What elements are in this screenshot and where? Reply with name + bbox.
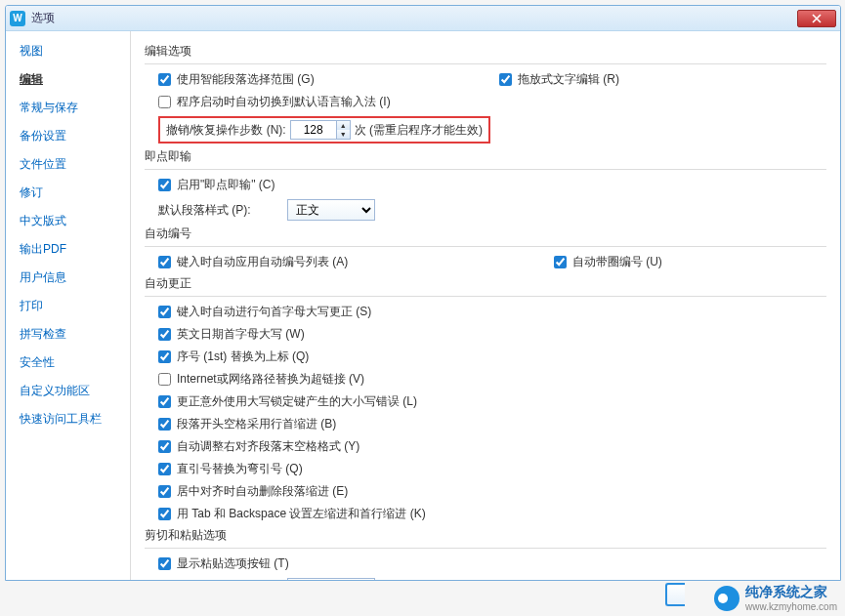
- sel-default-para-style[interactable]: 正文: [287, 199, 375, 221]
- watermark: 纯净系统之家 www.kzmyhome.com: [714, 584, 837, 612]
- chk-ac-3[interactable]: [158, 373, 171, 386]
- group-edit-title: 编辑选项: [145, 43, 826, 64]
- sidebar: 视图 编辑 常规与保存 备份设置 文件位置 修订 中文版式 输出PDF 用户信息…: [6, 31, 131, 580]
- dialog-body: 视图 编辑 常规与保存 备份设置 文件位置 修订 中文版式 输出PDF 用户信息…: [6, 31, 840, 580]
- watermark-url: www.kzmyhome.com: [745, 601, 837, 612]
- undo-steps-spinner[interactable]: ▲▼: [290, 120, 351, 140]
- chk-show-paste-btn[interactable]: [158, 557, 171, 570]
- chk-ac-1[interactable]: [158, 328, 171, 341]
- lbl-clicktype: 启用"即点即输" (C): [177, 177, 275, 193]
- dialog-title: 选项: [31, 10, 55, 26]
- lbl-show-paste-btn: 显示粘贴选项按钮 (T): [177, 555, 289, 572]
- chk-ac-6[interactable]: [158, 440, 171, 453]
- lbl-ac-8: 居中对齐时自动删除段落缩进 (E): [177, 483, 348, 500]
- chk-circled-number[interactable]: [554, 256, 567, 268]
- lbl-ac-9: 用 Tab 和 Backspace 设置左缩进和首行缩进 (K): [177, 506, 426, 522]
- chk-ac-8[interactable]: [158, 485, 171, 498]
- lbl-smart-para-select: 使用智能段落选择范围 (G): [177, 71, 315, 88]
- options-dialog: 选项 视图 编辑 常规与保存 备份设置 文件位置 修订 中文版式 输出PDF 用…: [5, 5, 841, 581]
- lbl-ac-1: 英文日期首字母大写 (W): [177, 326, 305, 343]
- lbl-default-para-style: 默认段落样式 (P):: [158, 202, 281, 219]
- sidebar-item-general-save[interactable]: 常规与保存: [6, 94, 130, 122]
- sidebar-item-edit[interactable]: 编辑: [6, 65, 130, 94]
- lbl-ac-3: Internet或网络路径替换为超链接 (V): [177, 371, 364, 388]
- sidebar-item-chinese-layout[interactable]: 中文版式: [6, 207, 130, 235]
- chk-drag-text[interactable]: [499, 73, 512, 86]
- lbl-ac-7: 直引号替换为弯引号 (Q): [177, 461, 303, 477]
- group-autocorrect-title: 自动更正: [145, 275, 826, 297]
- lbl-ac-6: 自动调整右对齐段落末空格格式 (Y): [177, 438, 359, 455]
- group-autonum-title: 自动编号: [145, 226, 826, 247]
- titlebar: 选项: [6, 6, 840, 31]
- sidebar-item-user-info[interactable]: 用户信息: [6, 264, 130, 292]
- group-cutpaste-title: 剪切和粘贴选项: [145, 527, 826, 549]
- lbl-auto-number-list: 键入时自动应用自动编号列表 (A): [177, 254, 348, 270]
- lbl-undo-unit: 次 (需重启程序才能生效): [355, 122, 483, 139]
- sidebar-item-spellcheck[interactable]: 拼写检查: [6, 320, 130, 349]
- lbl-drag-text: 拖放式文字编辑 (R): [518, 71, 619, 88]
- chk-ac-7[interactable]: [158, 463, 171, 475]
- lbl-circled-number: 自动带圈编号 (U): [572, 254, 662, 270]
- sidebar-item-print[interactable]: 打印: [6, 292, 130, 320]
- lbl-auto-ime: 程序启动时自动切换到默认语言输入法 (I): [177, 94, 391, 110]
- lbl-ac-0: 键入时自动进行句首字母大写更正 (S): [177, 304, 371, 320]
- sidebar-item-output-pdf[interactable]: 输出PDF: [6, 235, 130, 264]
- chk-auto-number-list[interactable]: [158, 256, 171, 268]
- sidebar-item-revision[interactable]: 修订: [6, 179, 130, 207]
- chk-auto-ime[interactable]: [158, 96, 171, 108]
- sidebar-item-security[interactable]: 安全性: [6, 349, 130, 377]
- lbl-ac-4: 更正意外使用大写锁定键产生的大小写错误 (L): [177, 393, 417, 410]
- sidebar-item-customize-ribbon[interactable]: 自定义功能区: [6, 377, 130, 405]
- sidebar-item-quick-access[interactable]: 快速访问工具栏: [6, 405, 130, 433]
- chk-ac-0[interactable]: [158, 306, 171, 318]
- lbl-ac-5: 段落开头空格采用行首缩进 (B): [177, 416, 336, 432]
- button-fragment[interactable]: [665, 583, 685, 606]
- undo-steps-highlight: 撤销/恢复操作步数 (N): ▲▼ 次 (需重启程序才能生效): [158, 116, 490, 144]
- lbl-undo-steps: 撤销/恢复操作步数 (N):: [166, 122, 286, 139]
- chk-smart-para-select[interactable]: [158, 73, 171, 86]
- chk-ac-9[interactable]: [158, 508, 171, 520]
- chk-ac-5[interactable]: [158, 418, 171, 431]
- chk-clicktype[interactable]: [158, 179, 171, 191]
- sidebar-item-file-loc[interactable]: 文件位置: [6, 150, 130, 179]
- lbl-ac-2: 序号 (1st) 替换为上标 (Q): [177, 349, 309, 365]
- sel-default-paste[interactable]: 带格式文本: [287, 578, 375, 580]
- watermark-title: 纯净系统之家: [745, 584, 837, 601]
- spin-down-icon[interactable]: ▼: [337, 130, 350, 139]
- spin-up-icon[interactable]: ▲: [337, 121, 350, 130]
- sidebar-item-view[interactable]: 视图: [6, 37, 130, 65]
- group-clicktype-title: 即点即输: [145, 148, 826, 170]
- close-button[interactable]: [797, 10, 836, 27]
- app-icon: [10, 11, 25, 26]
- chk-ac-2[interactable]: [158, 350, 171, 363]
- undo-steps-input[interactable]: [291, 121, 336, 139]
- content-pane: 编辑选项 使用智能段落选择范围 (G) 拖放式文字编辑 (R) 程序启动时自动切…: [131, 31, 840, 580]
- sidebar-item-backup[interactable]: 备份设置: [6, 122, 130, 150]
- chk-ac-4[interactable]: [158, 395, 171, 408]
- watermark-logo-icon: [714, 586, 739, 611]
